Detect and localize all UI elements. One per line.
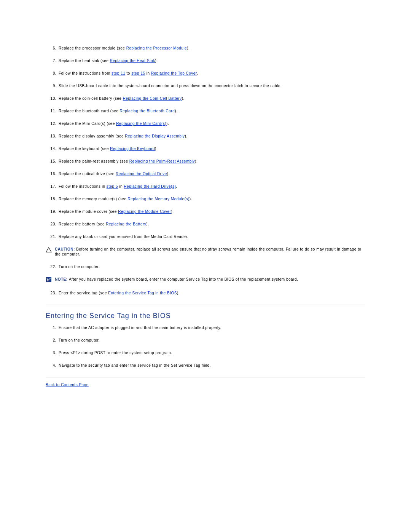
text: in	[145, 71, 151, 75]
caution-text: CAUTION: Before turning on the computer,…	[55, 247, 365, 257]
step-number: 19.	[46, 209, 59, 214]
step-body: Replace the battery (see Replacing the B…	[59, 222, 365, 227]
steps-list-1c: 23. Enter the service tag (see Entering …	[46, 291, 365, 296]
text: Before turning on the computer, replace …	[55, 247, 361, 256]
caution-block: CAUTION: Before turning on the computer,…	[46, 247, 365, 257]
link-bluetooth[interactable]: Replacing the Bluetooth Card	[120, 109, 175, 113]
step-body: Replace the memory module(s) (see Replac…	[59, 197, 365, 201]
list-item: 11. Replace the bluetooth card (see Repl…	[46, 109, 365, 113]
step-body: Replace any blank or card you removed fr…	[59, 234, 365, 239]
note-label: NOTE:	[55, 277, 69, 281]
caution-label: CAUTION:	[55, 247, 76, 251]
text: Enter the service tag (see	[59, 291, 108, 295]
step-number: 3.	[46, 350, 59, 355]
link-top-cover[interactable]: Replacing the Top Cover	[151, 71, 197, 75]
text: ).	[175, 109, 177, 113]
text: Replace the processor module (see	[59, 46, 126, 50]
step-number: 23.	[46, 291, 59, 296]
link-mini-card[interactable]: Replacing the Mini-Card(s)	[116, 121, 166, 126]
text: ).	[185, 134, 188, 138]
step-body: Replace the keyboard (see Replacing the …	[59, 146, 365, 151]
list-item: 1. Ensure that the AC adapter is plugged…	[46, 325, 365, 330]
text: ).	[187, 46, 190, 50]
step-body: Replace the display assembly (see Replac…	[59, 134, 365, 139]
step-body: Replace the module cover (see Replacing …	[59, 209, 365, 214]
list-item: 16. Replace the optical drive (see Repla…	[46, 171, 365, 176]
link-display-assembly[interactable]: Replacing the Display Assembly	[125, 134, 185, 138]
text: Replace any blank or card you removed fr…	[59, 235, 188, 239]
text: .	[176, 184, 177, 189]
text: Replace the bluetooth card (see	[59, 109, 120, 113]
caution-icon	[46, 247, 53, 252]
text: Replace the Mini-Card(s) (see	[59, 121, 116, 126]
text: to	[125, 71, 131, 75]
link-memory-module[interactable]: Replacing the Memory Module(s)	[128, 197, 190, 201]
section-divider	[46, 305, 365, 305]
text: Replace the keyboard (see	[59, 147, 110, 151]
link-service-tag-bios[interactable]: Entering the Service Tag in the BIOS	[108, 291, 177, 295]
text: ).	[146, 222, 149, 226]
link-processor-module[interactable]: Replacing the Processor Module	[126, 46, 187, 50]
step-number: 2.	[46, 338, 59, 343]
text: ).	[195, 159, 198, 163]
link-step-15[interactable]: step 15	[131, 71, 145, 75]
link-optical-drive[interactable]: Replacing the Optical Drive	[116, 172, 167, 176]
step-body: Replace the palm-rest assembly (see Repl…	[59, 159, 365, 164]
list-item: 21. Replace any blank or card you remove…	[46, 234, 365, 239]
step-body: Replace the coin-cell battery (see Repla…	[59, 96, 365, 101]
link-battery[interactable]: Replacing the Battery	[106, 222, 146, 226]
step-number: 18.	[46, 197, 59, 201]
step-body: Follow the instructions from step 11 to …	[59, 71, 365, 76]
text: in	[118, 184, 124, 189]
list-item: 13. Replace the display assembly (see Re…	[46, 134, 365, 139]
link-hard-drive[interactable]: Replacing the Hard Drive(s)	[124, 184, 176, 189]
link-step-5[interactable]: step 5	[107, 184, 118, 189]
link-heat-sink[interactable]: Replacing the Heat Sink	[110, 59, 155, 63]
svg-marker-0	[46, 248, 51, 252]
text: ).	[155, 147, 158, 151]
step-number: 10.	[46, 96, 59, 101]
step-number: 12.	[46, 121, 59, 126]
text: .	[197, 71, 198, 75]
list-item: 20. Replace the battery (see Replacing t…	[46, 222, 365, 227]
link-palm-rest[interactable]: Replacing the Palm-Rest Assembly	[129, 159, 195, 163]
text: Replace the module cover (see	[59, 209, 118, 214]
list-item: 17. Follow the instructions in step 5 in…	[46, 184, 365, 189]
step-number: 11.	[46, 109, 59, 113]
step-number: 16.	[46, 171, 59, 176]
step-number: 15.	[46, 159, 59, 164]
link-module-cover[interactable]: Replacing the Module Cover	[118, 209, 171, 214]
list-item: 4. Navigate to the security tab and ente…	[46, 363, 365, 368]
step-body: Replace the processor module (see Replac…	[59, 46, 365, 51]
text: After you have replaced the system board…	[69, 277, 298, 281]
back-to-contents-link[interactable]: Back to Contents Page	[46, 383, 89, 387]
text: ).	[166, 121, 169, 126]
list-item: 19. Replace the module cover (see Replac…	[46, 209, 365, 214]
text: ).	[182, 96, 185, 101]
list-item: 18. Replace the memory module(s) (see Re…	[46, 197, 365, 201]
list-item: 2. Turn on the computer.	[46, 338, 365, 343]
list-item: 6. Replace the processor module (see Rep…	[46, 46, 365, 51]
list-item: 14. Replace the keyboard (see Replacing …	[46, 146, 365, 151]
text: ).	[155, 59, 158, 63]
back-link-wrap: Back to Contents Page	[46, 383, 365, 387]
step-body: Slide the USB-board cable into the syste…	[59, 83, 365, 88]
note-icon	[46, 277, 53, 283]
step-body: Ensure that the AC adapter is plugged in…	[59, 325, 365, 330]
link-step-11[interactable]: step 11	[112, 71, 125, 75]
step-number: 14.	[46, 146, 59, 151]
text: Replace the battery (see	[59, 222, 106, 226]
link-coin-cell[interactable]: Replacing the Coin-Cell Battery	[123, 96, 182, 101]
step-number: 6.	[46, 46, 59, 51]
step-number: 8.	[46, 71, 59, 76]
step-number: 13.	[46, 134, 59, 139]
step-body: Press <F2> during POST to enter the syst…	[59, 350, 365, 355]
text: ).	[190, 197, 192, 201]
note-block: NOTE: After you have replaced the system…	[46, 277, 365, 283]
text: ).	[177, 291, 180, 295]
step-body: Replace the optical drive (see Replacing…	[59, 171, 365, 176]
steps-list-2: 1. Ensure that the AC adapter is plugged…	[46, 325, 365, 368]
step-body: Turn on the computer.	[59, 264, 365, 269]
list-item: 10. Replace the coin-cell battery (see R…	[46, 96, 365, 101]
link-keyboard[interactable]: Replacing the Keyboard	[110, 147, 155, 151]
